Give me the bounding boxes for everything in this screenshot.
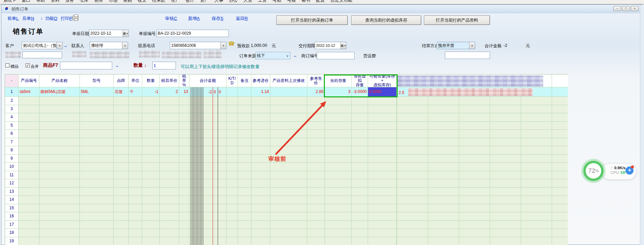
table-cell[interactable] <box>142 105 160 114</box>
table-cell[interactable] <box>238 155 251 163</box>
table-cell[interactable] <box>270 87 307 97</box>
table-row[interactable]: 13 <box>5 188 568 196</box>
column-header[interactable]: 当前存量 <box>325 74 352 87</box>
table-cell[interactable] <box>114 188 129 196</box>
table-cell[interactable] <box>114 113 129 122</box>
table-cell[interactable] <box>226 163 238 171</box>
table-cell[interactable] <box>238 138 251 147</box>
table-cell[interactable] <box>238 237 251 245</box>
column-header[interactable]: 税后单价 <box>160 74 179 87</box>
table-row[interactable]: 3 <box>5 105 568 114</box>
table-cell[interactable] <box>226 237 238 245</box>
table-cell[interactable] <box>19 155 39 163</box>
table-cell[interactable] <box>251 97 270 105</box>
table-cell[interactable]: 2.85 <box>307 87 325 97</box>
print-link[interactable]: 打印P <box>61 16 72 22</box>
table-cell[interactable]: 12 <box>5 179 19 188</box>
table-cell[interactable] <box>251 105 270 114</box>
table-cell[interactable] <box>129 122 142 130</box>
save-link[interactable]: 保存S <box>212 16 223 22</box>
dropdown-arrow-icon[interactable]: ▼ <box>220 42 226 49</box>
table-cell[interactable] <box>270 179 307 188</box>
table-cell[interactable]: 5ML <box>80 87 114 97</box>
table-cell[interactable] <box>19 138 39 147</box>
table-cell[interactable] <box>114 229 129 237</box>
table-cell[interactable] <box>129 97 142 105</box>
table-row[interactable]: 10 <box>5 163 568 171</box>
table-cell[interactable] <box>307 179 325 188</box>
table-cell[interactable] <box>325 221 352 229</box>
table-cell[interactable] <box>352 212 368 221</box>
table-cell[interactable] <box>179 130 189 138</box>
table-cell[interactable]: 16 <box>5 212 19 221</box>
menu-item[interactable]: 自定义功能 <box>331 0 352 3</box>
table-row[interactable]: 7 <box>5 138 568 147</box>
table-cell[interactable] <box>179 171 189 180</box>
table-cell[interactable] <box>352 97 368 105</box>
table-cell[interactable] <box>307 163 325 171</box>
table-cell[interactable] <box>142 221 160 229</box>
menu-item[interactable]: 市场 <box>109 0 118 3</box>
table-cell[interactable] <box>251 188 270 196</box>
table-cell[interactable] <box>179 179 189 188</box>
table-row[interactable]: 11 <box>5 171 568 180</box>
table-cell[interactable] <box>368 155 397 163</box>
table-cell[interactable] <box>179 113 189 122</box>
table-cell[interactable] <box>368 179 397 188</box>
printer-icon[interactable] <box>72 16 79 20</box>
table-cell[interactable] <box>114 155 129 163</box>
window-titlebar[interactable] <box>1 5 642 13</box>
table-cell[interactable] <box>19 229 39 237</box>
table-cell[interactable] <box>80 196 114 204</box>
table-cell[interactable] <box>114 237 129 245</box>
table-cell[interactable] <box>270 130 307 138</box>
table-cell[interactable] <box>80 113 114 122</box>
table-cell[interactable] <box>226 188 238 196</box>
table-cell[interactable] <box>325 196 352 204</box>
menu-item[interactable]: 生产 <box>171 0 180 3</box>
table-cell[interactable] <box>307 204 325 213</box>
table-cell[interactable] <box>114 130 129 138</box>
table-cell[interactable] <box>307 237 325 245</box>
contact-select[interactable]: 潘经理 ▼ <box>90 42 128 49</box>
table-cell[interactable] <box>238 122 251 130</box>
functions-link[interactable]: 功能O <box>45 16 57 22</box>
table-cell[interactable] <box>325 97 352 105</box>
table-cell[interactable]: 10 <box>5 163 19 171</box>
minimize-button[interactable]: – <box>613 6 621 11</box>
table-cell[interactable] <box>19 97 39 105</box>
table-cell[interactable] <box>160 196 179 204</box>
table-cell[interactable] <box>352 237 368 245</box>
table-cell[interactable]: -3.0000 <box>352 87 368 97</box>
menu-item[interactable]: 配置 <box>316 0 325 3</box>
table-cell[interactable] <box>251 146 270 155</box>
table-cell[interactable] <box>19 204 39 213</box>
table-cell[interactable]: 1.14 <box>251 87 270 97</box>
table-cell[interactable] <box>226 155 238 163</box>
table-row[interactable]: 17 <box>5 221 568 229</box>
table-cell[interactable]: 烧杯5ML|北玻 <box>39 87 80 97</box>
merge-checkbox[interactable]: ✓ <box>26 63 30 67</box>
dropdown-arrow-icon[interactable]: ∨ <box>285 54 290 58</box>
table-cell[interactable] <box>39 105 80 114</box>
table-cell[interactable] <box>19 130 39 138</box>
table-cell[interactable] <box>129 229 142 237</box>
phone-select[interactable]: 15806561006 ▼ <box>170 42 226 49</box>
table-cell[interactable] <box>160 237 179 245</box>
table-cell[interactable]: 个 <box>129 87 142 97</box>
table-cell[interactable] <box>352 196 368 204</box>
table-cell[interactable] <box>19 105 39 114</box>
table-cell[interactable] <box>307 171 325 180</box>
table-cell[interactable]: 7 <box>5 138 19 147</box>
column-header[interactable]: K/T/ D <box>226 74 238 87</box>
table-cell[interactable] <box>19 171 39 180</box>
table-cell[interactable] <box>226 130 238 138</box>
table-cell[interactable] <box>179 97 189 105</box>
table-cell[interactable] <box>325 188 352 196</box>
table-cell[interactable] <box>226 87 238 97</box>
table-cell[interactable] <box>226 179 238 188</box>
table-cell[interactable] <box>251 163 270 171</box>
menu-item[interactable]: 工资 <box>258 0 267 3</box>
doc-date-input[interactable]: 2022-10-12 ▦▼ <box>89 30 129 37</box>
table-cell[interactable] <box>251 221 270 229</box>
